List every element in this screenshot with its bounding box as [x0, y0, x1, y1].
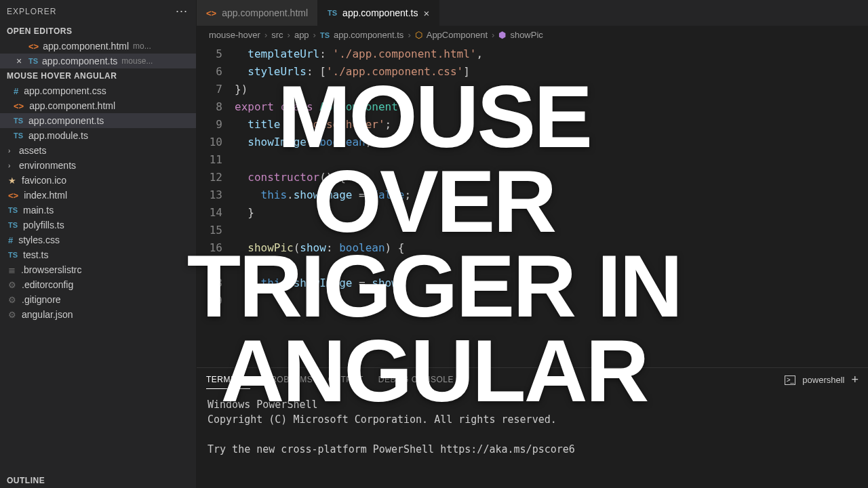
panel-tab-terminal[interactable]: TERMINAL	[206, 371, 250, 389]
close-icon[interactable]: ×	[16, 56, 24, 66]
file-item[interactable]: TSapp.module.ts	[0, 128, 196, 143]
class-icon: ⬡	[415, 30, 422, 40]
file-item[interactable]: <>app.component.html	[0, 98, 196, 113]
file-item[interactable]: ⚙.editorconfig	[0, 277, 196, 292]
file-item[interactable]: <>index.html	[0, 188, 196, 203]
tab-app-component-html[interactable]: <> app.component.html	[197, 0, 318, 26]
file-item[interactable]: ★favicon.ico	[0, 173, 196, 188]
gear-icon: ⚙	[8, 310, 16, 320]
ts-file-icon: TS	[8, 206, 18, 214]
project-section[interactable]: MOUSE HOVER ANGULAR	[0, 68, 196, 83]
terminal-output[interactable]: Windows PowerShellCopyright (C) Microsof…	[197, 389, 868, 488]
html-file-icon: <>	[14, 101, 24, 111]
html-file-icon: <>	[28, 41, 39, 52]
file-item[interactable]: ⚙angular.json	[0, 307, 196, 322]
chevron-right-icon: ›	[8, 147, 15, 155]
file-item[interactable]: TSapp.component.ts	[0, 113, 196, 128]
panel-tab-debug[interactable]: DEBUG CONSOLE	[378, 371, 454, 389]
file-item[interactable]: ≣.browserslistrc	[0, 262, 196, 277]
ts-file-icon: TS	[328, 9, 337, 17]
more-actions-icon[interactable]: ···	[176, 4, 188, 18]
main-area: <> app.component.html TS app.component.t…	[197, 0, 868, 488]
favicon-icon: ★	[8, 176, 16, 186]
open-editors-section[interactable]: OPEN EDITORS	[0, 24, 196, 39]
ts-file-icon: TS	[320, 31, 330, 39]
tab-app-component-ts[interactable]: TS app.component.ts ×	[318, 0, 439, 26]
chevron-right-icon: ›	[8, 162, 15, 169]
file-item[interactable]: TSpolyfills.ts	[0, 218, 196, 232]
file-item[interactable]: ⚙.gitignore	[0, 292, 196, 307]
panel-tab-output[interactable]: OUTPUT	[328, 371, 363, 389]
file-item[interactable]: TStest.ts	[0, 247, 196, 262]
code-editor[interactable]: 5678910111213141516171819 templateUrl: '…	[197, 44, 868, 367]
open-editor-item[interactable]: <> app.component.html mo...	[0, 39, 196, 54]
css-file-icon: #	[14, 86, 18, 96]
explorer-title: EXPLORER	[7, 7, 56, 16]
powershell-icon: >_	[785, 375, 795, 385]
open-editor-hint: mouse...	[121, 56, 153, 66]
new-terminal-button[interactable]: +	[851, 373, 859, 387]
file-item[interactable]: #app.component.css	[0, 83, 196, 98]
line-numbers: 5678910111213141516171819	[197, 44, 235, 367]
tab-label: app.component.html	[222, 7, 308, 18]
shell-name[interactable]: powershell	[802, 375, 844, 385]
html-file-icon: <>	[206, 8, 216, 18]
ts-file-icon: TS	[8, 221, 18, 229]
editor-tabs: <> app.component.html TS app.component.t…	[197, 0, 868, 26]
open-editor-item[interactable]: × TS app.component.ts mouse...	[0, 54, 196, 68]
explorer-sidebar: EXPLORER ··· OPEN EDITORS <> app.compone…	[0, 0, 197, 488]
open-editor-hint: mo...	[133, 41, 151, 51]
close-icon[interactable]: ×	[423, 7, 429, 19]
tab-label: app.component.ts	[342, 7, 418, 18]
ts-file-icon: TS	[14, 117, 23, 125]
ts-file-icon: TS	[28, 57, 38, 65]
file-item[interactable]: #styles.css	[0, 232, 196, 247]
open-editor-label: app.component.html	[43, 41, 129, 52]
gear-icon: ⚙	[8, 280, 16, 290]
ts-file-icon: TS	[8, 251, 18, 259]
open-editor-label: app.component.ts	[42, 56, 117, 66]
css-file-icon: #	[8, 235, 13, 245]
config-file-icon: ≣	[8, 265, 16, 275]
folder-item[interactable]: ›assets	[0, 143, 196, 158]
file-item[interactable]: TSmain.ts	[0, 203, 196, 218]
bottom-panel: TERMINAL PROBLEMS OUTPUT DEBUG CONSOLE >…	[197, 367, 868, 488]
breadcrumb[interactable]: mouse-hover› src› app› TS app.component.…	[197, 26, 868, 44]
code-content[interactable]: templateUrl: './app.component.html', sty…	[235, 44, 868, 367]
ts-file-icon: TS	[14, 131, 23, 140]
html-file-icon: <>	[8, 190, 18, 201]
method-icon: ⬢	[498, 30, 506, 40]
gear-icon: ⚙	[8, 295, 16, 305]
outline-section[interactable]: OUTLINE	[0, 473, 196, 488]
panel-tab-problems[interactable]: PROBLEMS	[265, 371, 313, 389]
folder-item[interactable]: ›environments	[0, 158, 196, 173]
